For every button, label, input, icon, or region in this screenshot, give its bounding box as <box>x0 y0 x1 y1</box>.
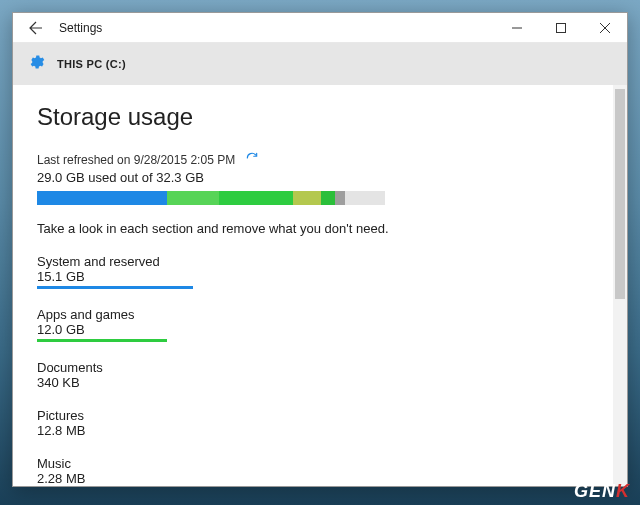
gear-icon <box>27 53 45 75</box>
category-item[interactable]: Music2.28 MB <box>37 456 85 486</box>
maximize-button[interactable] <box>539 13 583 43</box>
minimize-icon <box>512 23 522 33</box>
arrow-left-icon <box>28 20 44 36</box>
category-size: 15.1 GB <box>37 269 193 284</box>
watermark: GENK <box>574 481 630 502</box>
scrollbar-thumb[interactable] <box>615 89 625 299</box>
category-bar <box>37 286 193 289</box>
close-button[interactable] <box>583 13 627 43</box>
hint-text: Take a look in each section and remove w… <box>37 221 589 236</box>
page-heading: Storage usage <box>37 103 589 131</box>
close-icon <box>600 23 610 33</box>
maximize-icon <box>556 23 566 33</box>
drive-name: THIS PC (C:) <box>57 58 126 70</box>
titlebar: Settings <box>13 13 627 43</box>
category-item[interactable]: System and reserved15.1 GB <box>37 254 193 289</box>
category-size: 12.8 MB <box>37 423 85 438</box>
watermark-part2: K <box>616 481 630 501</box>
content-area: Storage usage Last refreshed on 9/28/201… <box>13 85 627 486</box>
breadcrumb-header: THIS PC (C:) <box>13 43 627 85</box>
used-summary: 29.0 GB used out of 32.3 GB <box>37 170 589 185</box>
window-controls <box>495 13 627 43</box>
refresh-button[interactable] <box>245 151 259 168</box>
watermark-part1: GEN <box>574 481 616 501</box>
category-size: 2.28 MB <box>37 471 85 486</box>
svg-rect-1 <box>557 23 566 32</box>
minimize-button[interactable] <box>495 13 539 43</box>
category-item[interactable]: Documents340 KB <box>37 360 103 390</box>
category-list: System and reserved15.1 GBApps and games… <box>37 254 589 486</box>
category-name: System and reserved <box>37 254 193 269</box>
category-name: Pictures <box>37 408 85 423</box>
storage-segment <box>321 191 335 205</box>
storage-segment <box>219 191 293 205</box>
scrollbar[interactable] <box>613 85 627 486</box>
category-name: Documents <box>37 360 103 375</box>
storage-segment <box>335 191 345 205</box>
storage-total-bar <box>37 191 385 205</box>
window-title: Settings <box>59 21 495 35</box>
category-size: 12.0 GB <box>37 322 167 337</box>
category-bar <box>37 339 167 342</box>
settings-window: Settings THIS PC (C:) Storage usage Last… <box>12 12 628 487</box>
category-name: Music <box>37 456 85 471</box>
category-item[interactable]: Pictures12.8 MB <box>37 408 85 438</box>
back-button[interactable] <box>13 13 59 43</box>
category-size: 340 KB <box>37 375 103 390</box>
content: Storage usage Last refreshed on 9/28/201… <box>13 85 613 486</box>
last-refreshed-line: Last refreshed on 9/28/2015 2:05 PM <box>37 151 589 168</box>
category-item[interactable]: Apps and games12.0 GB <box>37 307 167 342</box>
storage-segment <box>37 191 167 205</box>
refresh-icon <box>245 151 259 165</box>
category-name: Apps and games <box>37 307 167 322</box>
last-refreshed-text: Last refreshed on 9/28/2015 2:05 PM <box>37 153 235 167</box>
storage-segment <box>293 191 321 205</box>
storage-segment <box>167 191 219 205</box>
